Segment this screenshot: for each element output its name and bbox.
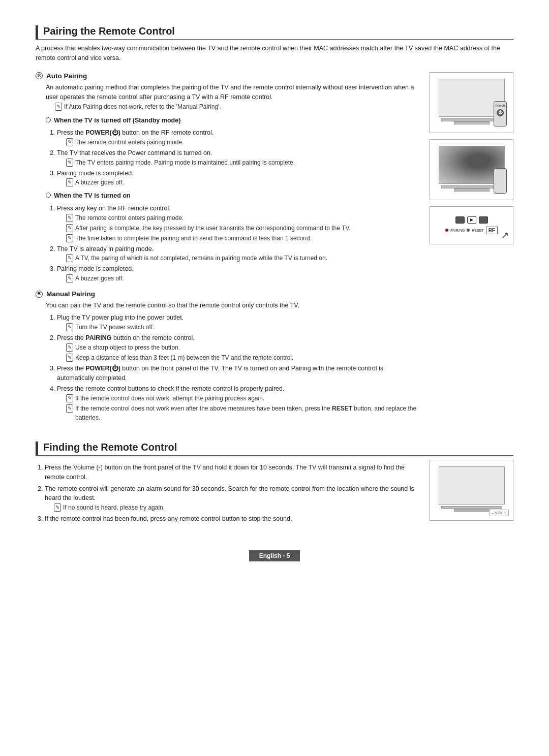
note-icon-f2a: ✎ <box>54 503 61 512</box>
finding-content: Press the Volume (-) button on the front… <box>36 460 513 527</box>
turnon-step-1-note-c: ✎ The time taken to complete the pairing… <box>66 234 419 243</box>
note-icon-m4a: ✎ <box>66 394 73 402</box>
page-footer: English - 5 <box>36 547 513 561</box>
rf-arrow: ↗ <box>501 230 509 241</box>
note-icon-m2b: ✎ <box>66 354 73 362</box>
rf-reset-dot <box>467 229 470 232</box>
turnon-step-2-note: ✎ A TV, the paring of which is not compl… <box>66 254 419 263</box>
rf-badge: RF <box>486 227 498 234</box>
section1-title: Pairing the Remote Control <box>36 25 513 40</box>
standby-step-3-note: ✎ A buzzer goes off. <box>66 178 419 187</box>
rf-remote-image: ▶ PAIRING RESET RF ↗ <box>430 206 513 244</box>
finding-step-2-note: ✎ If no sound is heard, please try again… <box>54 503 419 512</box>
note-icon-t3a: ✎ <box>66 274 73 282</box>
rf-buttons: ▶ <box>455 216 488 224</box>
standby-bullet: When the TV is turned off (Standby mode) <box>46 116 419 125</box>
note-icon-m4b: ✎ <box>66 404 73 413</box>
section2-title: Finding the Remote Control <box>36 442 513 456</box>
r-icon-auto: R <box>36 72 43 79</box>
tv-base-2 <box>454 188 490 192</box>
turnon-steps-list: Press any key on the RF remote control. … <box>57 204 419 283</box>
standby-step-3: Pairing mode is completed. ✎ A buzzer go… <box>57 169 419 187</box>
pairing-text: R Auto Pairing An automatic pairing meth… <box>36 72 419 430</box>
note-icon-t1b: ✎ <box>66 224 73 232</box>
footer-label: English - 5 <box>249 550 300 561</box>
manual-step-1-note: ✎ Turn the TV power switch off. <box>66 323 419 332</box>
manual-step-2-note-a: ✎ Use a sharp object to press the button… <box>66 343 419 352</box>
standby-step-2: The TV that receives the Power command i… <box>57 148 419 167</box>
note-icon-t2a: ✎ <box>66 254 73 262</box>
rf-btn-1 <box>455 216 465 224</box>
section1-intro: A process that enables two-way communica… <box>36 44 513 63</box>
pairing-content: R Auto Pairing An automatic pairing meth… <box>36 72 513 430</box>
tv-base-find <box>454 509 490 512</box>
rf-label-row: PAIRING RESET RF <box>445 227 498 234</box>
manual-step-3: Press the POWER(⏻) button on the front p… <box>57 364 419 383</box>
rf-pairing-label: PAIRING <box>450 229 465 232</box>
circle-marker-turnon <box>46 193 51 198</box>
turnon-step-1-note-a: ✎ The remote control enters pairing mode… <box>66 213 419 223</box>
turnon-step-2: The TV is already in pairing mode. ✎ A T… <box>57 244 419 263</box>
note-icon-m1a: ✎ <box>66 323 73 331</box>
turnon-step-3: Pairing mode is completed. ✎ A buzzer go… <box>57 264 419 283</box>
standby-step-2-note: ✎ The TV enters pairing mode. Pairing mo… <box>66 158 419 167</box>
manual-step-1: Plug the TV power plug into the power ou… <box>57 313 419 332</box>
rf-pairing-dot <box>445 229 448 232</box>
auto-pairing-body: An automatic pairing method that complet… <box>46 83 419 284</box>
tv-screen-finding <box>439 466 505 505</box>
note-icon-s2a: ✎ <box>66 159 73 167</box>
turnon-bullet: When the TV is turned on <box>46 191 419 201</box>
auto-pairing-heading: R Auto Pairing <box>36 72 419 80</box>
note-icon-m2a: ✎ <box>66 343 73 352</box>
tv-turnon-image <box>430 139 513 200</box>
manual-step-4-note-a: ✎ If the remote control does not work, a… <box>66 394 419 403</box>
manual-step-2: Press the PAIRING button on the remote c… <box>57 333 419 362</box>
power-remote-label: POWER <box>496 104 505 107</box>
finding-step-3: If the remote control has been found, pr… <box>45 514 419 524</box>
manual-step-4-note-b: ✎ If the remote control does not work ev… <box>66 404 419 422</box>
note-icon: ✎ <box>55 103 62 111</box>
circle-marker-standby <box>46 117 51 122</box>
manual-pairing-body: You can pair the TV and the remote contr… <box>46 301 419 422</box>
finding-steps-list: Press the Volume (-) button on the front… <box>45 463 419 524</box>
note-icon-t1c: ✎ <box>66 234 73 242</box>
finding-image-column: – VOL + <box>430 460 513 521</box>
rf-btn-2: ▶ <box>467 216 476 224</box>
vol-label: – VOL + <box>489 510 509 516</box>
note-icon-s3a: ✎ <box>66 178 73 186</box>
tv-standby-image: POWER ⏻ <box>430 72 513 133</box>
rf-reset-label: RESET <box>472 229 483 232</box>
manual-steps-list: Plug the TV power plug into the power ou… <box>57 313 419 422</box>
tv-finding-image: – VOL + <box>430 460 513 521</box>
rf-btn-3 <box>479 216 488 224</box>
turnon-step-3-note: ✎ A buzzer goes off. <box>66 274 419 283</box>
finding-text: Press the Volume (-) button on the front… <box>36 460 419 527</box>
note-icon-t1a: ✎ <box>66 214 73 222</box>
finding-step-2: The remote control will generate an alar… <box>45 484 419 513</box>
image-column-pairing: POWER ⏻ ▶ PAIRING <box>430 72 513 244</box>
turnon-step-1: Press any key on the RF remote control. … <box>57 204 419 243</box>
manual-step-4: Press the remote control buttons to chec… <box>57 384 419 422</box>
auto-pairing-note: ✎ If Auto Pairing does not work, refer t… <box>55 102 419 112</box>
standby-step-1-note: ✎ The remote control enters pairing mode… <box>66 138 419 147</box>
note-icon-s1a: ✎ <box>66 138 73 146</box>
finding-step-1: Press the Volume (-) button on the front… <box>45 463 419 482</box>
r-icon-manual: R <box>36 291 43 298</box>
tv-base-1 <box>454 121 490 124</box>
manual-pairing-heading: R Manual Pairing <box>36 290 419 298</box>
manual-step-2-note-b: ✎ Keep a distance of less than 3 feet (1… <box>66 353 419 362</box>
standby-step-1: Press the POWER(⏻) button on the RF remo… <box>57 128 419 147</box>
turnon-step-1-note-b: ✎ After paring is complete, the key pres… <box>66 224 419 233</box>
standby-steps-list: Press the POWER(⏻) button on the RF remo… <box>57 128 419 187</box>
power-button-icon: ⏻ <box>497 109 504 116</box>
